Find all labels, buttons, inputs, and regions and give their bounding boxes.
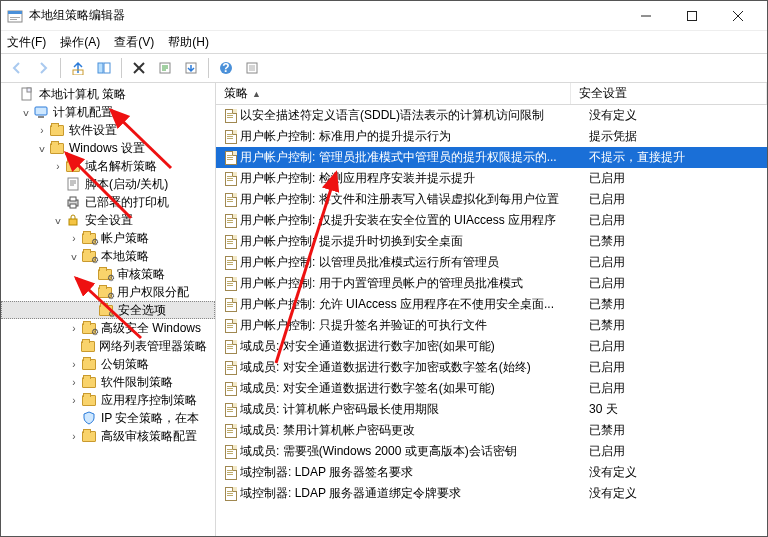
- separator: [60, 58, 61, 78]
- tree-advanced-security[interactable]: ›高级安全 Windows: [1, 319, 215, 337]
- tree-label: 网络列表管理器策略: [99, 338, 207, 355]
- folder-icon: [49, 140, 65, 156]
- policy-icon: [222, 403, 240, 417]
- tree-advanced-audit[interactable]: ›高级审核策略配置: [1, 427, 215, 445]
- policy-value: 已启用: [589, 443, 767, 460]
- list-row[interactable]: 用户帐户控制: 将文件和注册表写入错误虚拟化到每用户位置已启用: [216, 189, 767, 210]
- tree-printers[interactable]: ›已部署的打印机: [1, 193, 215, 211]
- export-button[interactable]: [179, 56, 203, 80]
- list-row[interactable]: 以安全描述符定义语言(SDDL)语法表示的计算机访问限制没有定义: [216, 105, 767, 126]
- list-body[interactable]: 以安全描述符定义语言(SDDL)语法表示的计算机访问限制没有定义用户帐户控制: …: [216, 105, 767, 536]
- list-row[interactable]: 用户帐户控制: 只提升签名并验证的可执行文件已禁用: [216, 315, 767, 336]
- chevron-down-icon[interactable]: ⅴ: [19, 107, 33, 118]
- tree-app-control[interactable]: ›应用程序控制策略: [1, 391, 215, 409]
- menu-help[interactable]: 帮助(H): [168, 34, 209, 51]
- minimize-button[interactable]: [623, 1, 669, 31]
- policy-name: 域成员: 对安全通道数据进行数字加密(如果可能): [240, 338, 589, 355]
- tree-label: 公钥策略: [101, 356, 149, 373]
- app-icon: [7, 8, 23, 24]
- tree-pane[interactable]: ▶ 本地计算机 策略 ⅴ 计算机配置 ›: [1, 83, 216, 536]
- filter-button[interactable]: [240, 56, 264, 80]
- list-row[interactable]: 域成员: 对安全通道数据进行数字加密或数字签名(始终)已启用: [216, 357, 767, 378]
- folder-icon: [81, 248, 97, 264]
- column-setting[interactable]: 安全设置: [571, 83, 767, 104]
- policy-icon: [222, 214, 240, 228]
- list-row[interactable]: 用户帐户控制: 提示提升时切换到安全桌面已禁用: [216, 231, 767, 252]
- policy-icon: [222, 277, 240, 291]
- policy-name: 用户帐户控制: 检测应用程序安装并提示提升: [240, 170, 589, 187]
- tree-network-list[interactable]: ›网络列表管理器策略: [1, 337, 215, 355]
- tree-public-key[interactable]: ›公钥策略: [1, 355, 215, 373]
- policy-name: 以安全描述符定义语言(SDDL)语法表示的计算机访问限制: [240, 107, 589, 124]
- up-button[interactable]: [66, 56, 90, 80]
- policy-icon: [222, 424, 240, 438]
- list-row[interactable]: 域成员: 需要强(Windows 2000 或更高版本)会话密钥已启用: [216, 441, 767, 462]
- tree-ip-security[interactable]: ›IP 安全策略，在本: [1, 409, 215, 427]
- svg-rect-5: [688, 11, 697, 20]
- titlebar: 本地组策略编辑器: [1, 1, 767, 31]
- tree-security-options[interactable]: ›安全选项: [1, 301, 215, 319]
- back-button[interactable]: [5, 56, 29, 80]
- list-row[interactable]: 域成员: 对安全通道数据进行数字签名(如果可能)已启用: [216, 378, 767, 399]
- tree-account-policies[interactable]: ›帐户策略: [1, 229, 215, 247]
- chevron-down-icon[interactable]: ⅴ: [51, 215, 65, 226]
- help-button[interactable]: ?: [214, 56, 238, 80]
- policy-icon: [222, 382, 240, 396]
- list-row[interactable]: 域控制器: LDAP 服务器签名要求没有定义: [216, 462, 767, 483]
- maximize-button[interactable]: [669, 1, 715, 31]
- tree-root[interactable]: ▶ 本地计算机 策略: [1, 85, 215, 103]
- policy-icon: [222, 340, 240, 354]
- list-row[interactable]: 用户帐户控制: 允许 UIAccess 应用程序在不使用安全桌面...已禁用: [216, 294, 767, 315]
- tree-windows-settings[interactable]: ⅴ Windows 设置: [1, 139, 215, 157]
- tree-name-resolution[interactable]: ›域名解析策略: [1, 157, 215, 175]
- chevron-right-icon[interactable]: ›: [35, 125, 49, 136]
- tree-software-settings[interactable]: › 软件设置: [1, 121, 215, 139]
- list-row[interactable]: 用户帐户控制: 仅提升安装在安全位置的 UIAccess 应用程序已启用: [216, 210, 767, 231]
- chevron-right-icon[interactable]: ›: [67, 395, 81, 406]
- forward-button[interactable]: [31, 56, 55, 80]
- list-row[interactable]: 用户帐户控制: 标准用户的提升提示行为提示凭据: [216, 126, 767, 147]
- list-row[interactable]: 域成员: 对安全通道数据进行数字加密(如果可能)已启用: [216, 336, 767, 357]
- list-row[interactable]: 用户帐户控制: 管理员批准模式中管理员的提升权限提示的...不提示，直接提升: [216, 147, 767, 168]
- chevron-right-icon[interactable]: ›: [67, 359, 81, 370]
- tree-label: 高级审核策略配置: [101, 428, 197, 445]
- chevron-right-icon[interactable]: ›: [51, 161, 65, 172]
- menu-file[interactable]: 文件(F): [7, 34, 46, 51]
- policy-value: 已启用: [589, 359, 767, 376]
- column-policy[interactable]: 策略▲: [216, 83, 571, 104]
- chevron-right-icon[interactable]: ›: [67, 323, 81, 334]
- list-row[interactable]: 用户帐户控制: 检测应用程序安装并提示提升已启用: [216, 168, 767, 189]
- policy-icon: [222, 193, 240, 207]
- list-row[interactable]: 用户帐户控制: 用于内置管理员帐户的管理员批准模式已启用: [216, 273, 767, 294]
- policy-icon: [222, 466, 240, 480]
- menu-view[interactable]: 查看(V): [114, 34, 154, 51]
- policy-value: 已启用: [589, 254, 767, 271]
- delete-button[interactable]: [127, 56, 151, 80]
- show-hide-tree-button[interactable]: [92, 56, 116, 80]
- chevron-down-icon[interactable]: ⅴ: [67, 251, 81, 262]
- list-row[interactable]: 域控制器: LDAP 服务器通道绑定令牌要求没有定义: [216, 483, 767, 504]
- chevron-right-icon[interactable]: ›: [67, 233, 81, 244]
- list-row[interactable]: 域成员: 禁用计算机帐户密码更改已禁用: [216, 420, 767, 441]
- chevron-down-icon[interactable]: ⅴ: [35, 143, 49, 154]
- policy-value: 已启用: [589, 380, 767, 397]
- policy-icon: [222, 319, 240, 333]
- policy-icon: [222, 130, 240, 144]
- tree-software-restriction[interactable]: ›软件限制策略: [1, 373, 215, 391]
- list-row[interactable]: 用户帐户控制: 以管理员批准模式运行所有管理员已启用: [216, 252, 767, 273]
- menu-action[interactable]: 操作(A): [60, 34, 100, 51]
- tree-security-settings[interactable]: ⅴ安全设置: [1, 211, 215, 229]
- close-button[interactable]: [715, 1, 761, 31]
- tree-local-policies[interactable]: ⅴ本地策略: [1, 247, 215, 265]
- tree-audit-policy[interactable]: ›审核策略: [1, 265, 215, 283]
- tree-computer-config[interactable]: ⅴ 计算机配置: [1, 103, 215, 121]
- tree-label: 审核策略: [117, 266, 165, 283]
- tree-scripts[interactable]: ›脚本(启动/关机): [1, 175, 215, 193]
- policy-icon: [222, 256, 240, 270]
- tree-user-rights[interactable]: ›用户权限分配: [1, 283, 215, 301]
- list-row[interactable]: 域成员: 计算机帐户密码最长使用期限30 天: [216, 399, 767, 420]
- chevron-right-icon[interactable]: ›: [67, 431, 81, 442]
- policy-icon: [222, 109, 240, 123]
- chevron-right-icon[interactable]: ›: [67, 377, 81, 388]
- properties-button[interactable]: [153, 56, 177, 80]
